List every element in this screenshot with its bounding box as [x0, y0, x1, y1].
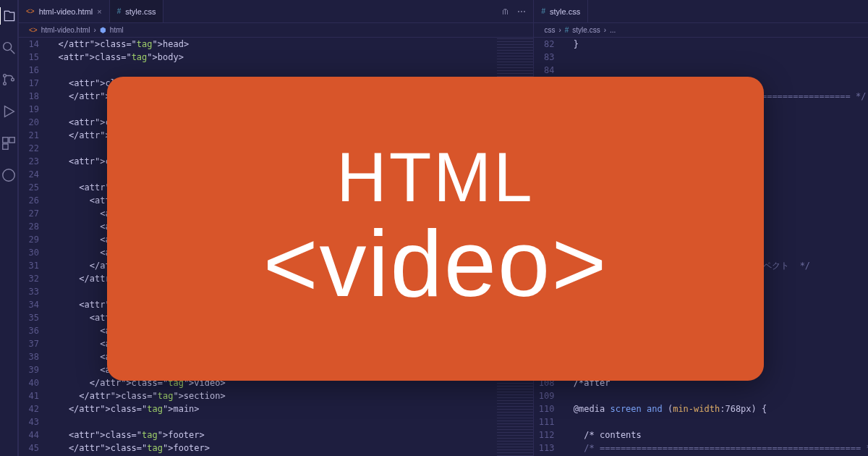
- overlay-subtitle: <video>: [263, 212, 608, 316]
- breadcrumb-left[interactable]: <> html-video.html › ⬢ html: [19, 23, 533, 38]
- chevron-right-icon: ›: [94, 26, 96, 34]
- split-editor-icon[interactable]: ⫙: [501, 7, 510, 17]
- svg-point-0: [4, 43, 12, 51]
- files-icon[interactable]: [0, 7, 17, 25]
- tab-bar-left: <> html-video.html × # style.css ⫙ ⋯: [19, 0, 533, 23]
- tab-label: style.css: [125, 7, 156, 16]
- overlay-card: HTML <video>: [107, 77, 764, 381]
- more-icon[interactable]: ⋯: [517, 7, 526, 17]
- run-debug-icon[interactable]: [0, 103, 17, 120]
- edge-icon[interactable]: [0, 166, 17, 184]
- tab-label: style.css: [550, 7, 580, 16]
- tab-style-css-left[interactable]: # style.css: [110, 0, 164, 22]
- breadcrumb-item[interactable]: html: [110, 26, 124, 34]
- symbol-icon: ⬢: [100, 26, 106, 34]
- breadcrumb-item[interactable]: css: [544, 26, 555, 34]
- line-numbers: 14 15 16 17 18 19 20 21 22 23 24 25 26 2…: [19, 38, 48, 456]
- svg-line-1: [11, 50, 15, 54]
- activity-bar: [0, 0, 18, 456]
- tab-label: html-video.html: [39, 7, 93, 16]
- breadcrumb-item[interactable]: ...: [610, 26, 616, 34]
- svg-point-3: [4, 83, 7, 85]
- extensions-icon[interactable]: [0, 135, 17, 152]
- svg-rect-5: [3, 138, 8, 143]
- css-file-icon: #: [565, 26, 569, 34]
- svg-point-8: [3, 169, 15, 182]
- tab-style-css-right[interactable]: # style.css: [534, 0, 588, 22]
- html-file-icon: <>: [26, 7, 35, 15]
- svg-rect-7: [3, 144, 8, 149]
- breadcrumb-item[interactable]: html-video.html: [41, 26, 90, 34]
- close-icon[interactable]: ×: [97, 7, 101, 16]
- chevron-right-icon: ›: [604, 26, 606, 34]
- svg-point-4: [12, 78, 14, 81]
- overlay-title: HTML: [336, 143, 534, 212]
- svg-point-2: [4, 75, 7, 77]
- css-file-icon: #: [541, 7, 545, 15]
- breadcrumb-item[interactable]: style.css: [572, 26, 600, 34]
- source-control-icon[interactable]: [0, 71, 17, 88]
- html-file-icon: <>: [29, 26, 38, 34]
- tab-html-video[interactable]: <> html-video.html ×: [19, 0, 110, 22]
- svg-rect-6: [9, 138, 14, 143]
- search-icon[interactable]: [0, 39, 17, 56]
- breadcrumb-right[interactable]: css › # style.css › ...: [534, 23, 868, 38]
- css-file-icon: #: [117, 7, 122, 15]
- tab-bar-right: # style.css ⋯: [534, 0, 868, 23]
- chevron-right-icon: ›: [558, 26, 561, 34]
